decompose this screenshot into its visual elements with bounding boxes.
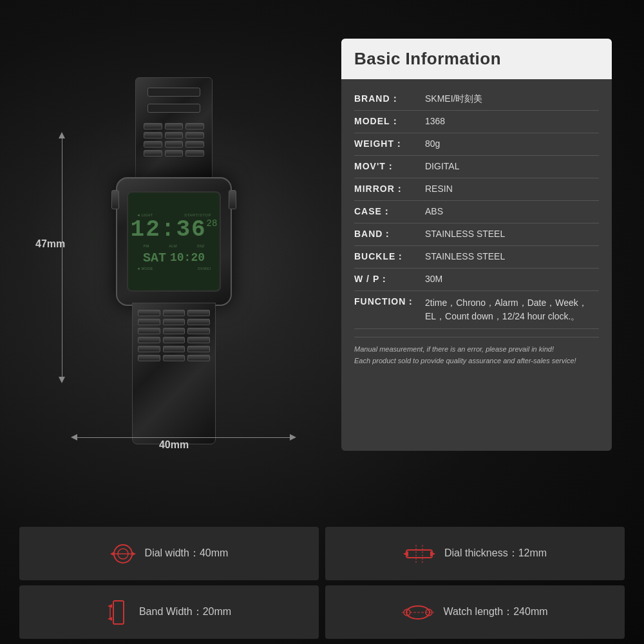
lcd-pm: PM (143, 244, 149, 248)
dial-thickness-label: Dial thickness： (444, 547, 518, 558)
band-link-piece (144, 150, 162, 156)
band-link-piece (185, 132, 204, 138)
band-link-piece (138, 337, 160, 343)
band-link-4 (144, 150, 204, 156)
band-link-piece (138, 328, 160, 334)
info-body: BRAND： SKMEI/时刻美 MODEL： 1368 WEIGHT： 80g… (341, 79, 612, 375)
band-link-piece (163, 319, 185, 325)
band-link-piece (185, 141, 204, 147)
band-width-icon (107, 600, 130, 625)
band-link-piece (163, 355, 185, 361)
info-panel: Basic Information BRAND： SKMEI/时刻美 MODEL… (341, 39, 612, 451)
band-link-piece (138, 355, 160, 361)
band-link-piece (187, 355, 210, 361)
info-header: Basic Information (341, 39, 612, 79)
band-link-piece (138, 319, 160, 325)
vertical-dimension-line (61, 132, 62, 383)
h-line (77, 437, 290, 438)
svg-marker-3 (110, 552, 114, 556)
watch-length-label: Watch length： (443, 606, 513, 617)
lcd-date-row: SAT 10:20 (143, 251, 205, 265)
lcd-screen: ◄ LIGHT START/STOP 12:36 28 PM ALM SNZ S… (127, 191, 221, 292)
band-link-7 (138, 328, 210, 334)
band-link-piece (187, 319, 210, 325)
band-link-piece (144, 123, 162, 129)
band-link-piece (165, 132, 184, 138)
spec-dial-width: Dial width：40mm (19, 527, 319, 580)
horizontal-dimension-line (71, 437, 296, 438)
lcd-label-brand: SKMEI (198, 267, 211, 270)
band-link-piece (187, 346, 210, 352)
value-buckle: STAINLESS STEEL (425, 251, 599, 261)
band-link-2 (144, 132, 204, 138)
key-brand: BRAND： (354, 93, 425, 105)
band-link-piece (144, 132, 162, 138)
key-model: MODEL： (354, 116, 425, 128)
info-row-brand: BRAND： SKMEI/时刻美 (354, 88, 599, 111)
svg-rect-5 (406, 550, 432, 558)
watch-area: 47mm (26, 39, 322, 489)
value-case: ABS (425, 206, 599, 216)
band-link-piece (165, 141, 184, 147)
band-link-piece (163, 328, 185, 334)
arrow-left (71, 434, 77, 440)
band-link-piece (187, 310, 210, 316)
svg-rect-10 (113, 601, 124, 624)
arrow-top (59, 132, 65, 138)
watch: ◄ LIGHT START/STOP 12:36 28 PM ALM SNZ S… (84, 77, 264, 451)
value-function: 2time，Chrono，Alarm，Date，Week，EL，Count do… (425, 296, 599, 323)
arrow-right (290, 434, 296, 440)
dial-thickness-value: 12mm (518, 547, 547, 558)
watch-case: ◄ LIGHT START/STOP 12:36 28 PM ALM SNZ S… (116, 177, 232, 306)
lcd-time2: 10:20 (170, 251, 205, 264)
lcd-time: 12:36 (131, 218, 207, 242)
info-row-buckle: BUCKLE： STAINLESS STEEL (354, 246, 599, 269)
watch-length-value: 240mm (513, 606, 547, 617)
specs-row-2: Band Width：20mm Watch length：240mm (19, 585, 625, 639)
band-link-piece (185, 123, 204, 129)
info-row-wp: W / P： 30M (354, 269, 599, 291)
main-content: 47mm (0, 0, 644, 522)
watch-length-icon (402, 602, 434, 623)
svg-marker-4 (132, 552, 136, 556)
band-link-piece (187, 328, 210, 334)
band-link-piece (185, 150, 204, 156)
band-bottom-links (138, 310, 210, 364)
note-line1: Manual measurement, if there is an error… (354, 344, 599, 355)
band-link-piece (138, 346, 160, 352)
band-link-6 (138, 319, 210, 325)
info-row-function: FUNCTION： 2time，Chrono，Alarm，Date，Week，E… (354, 291, 599, 329)
band-top-links (144, 123, 204, 159)
spec-band-width: Band Width：20mm (19, 585, 319, 639)
dial-width-icon (110, 542, 136, 565)
info-row-weight: WEIGHT： 80g (354, 133, 599, 156)
band-link-1 (144, 123, 204, 129)
band-link-3 (144, 141, 204, 147)
key-case: CASE： (354, 206, 425, 218)
value-movt: DIGITAL (425, 161, 599, 171)
lcd-alm: ALM (169, 244, 176, 248)
info-row-case: CASE： ABS (354, 201, 599, 223)
lcd-indicators: PM ALM SNZ (133, 244, 214, 248)
band-link-piece (165, 123, 184, 129)
band-link-piece (187, 337, 210, 343)
dial-thickness-icon (403, 545, 435, 563)
height-label: 47mm (35, 238, 65, 250)
spec-dial-thickness: Dial thickness：12mm (325, 527, 625, 580)
lcd-day: SAT (143, 251, 166, 265)
watch-length-text: Watch length：240mm (443, 605, 547, 619)
crown-left (111, 190, 119, 209)
info-row-mirror: MIRROR： RESIN (354, 178, 599, 201)
value-brand: SKMEI/时刻美 (425, 93, 599, 105)
key-weight: WEIGHT： (354, 138, 425, 150)
lcd-label-mode: ◄ MODE (137, 267, 153, 270)
key-wp: W / P： (354, 274, 425, 285)
band-link-9 (138, 346, 210, 352)
key-function: FUNCTION： (354, 296, 425, 308)
band-bottom (132, 303, 216, 444)
key-mirror: MIRROR： (354, 184, 425, 195)
width-label: 40mm (159, 439, 189, 451)
band-width-value: 20mm (203, 606, 231, 617)
value-weight: 80g (425, 138, 599, 149)
info-row-model: MODEL： 1368 (354, 111, 599, 133)
